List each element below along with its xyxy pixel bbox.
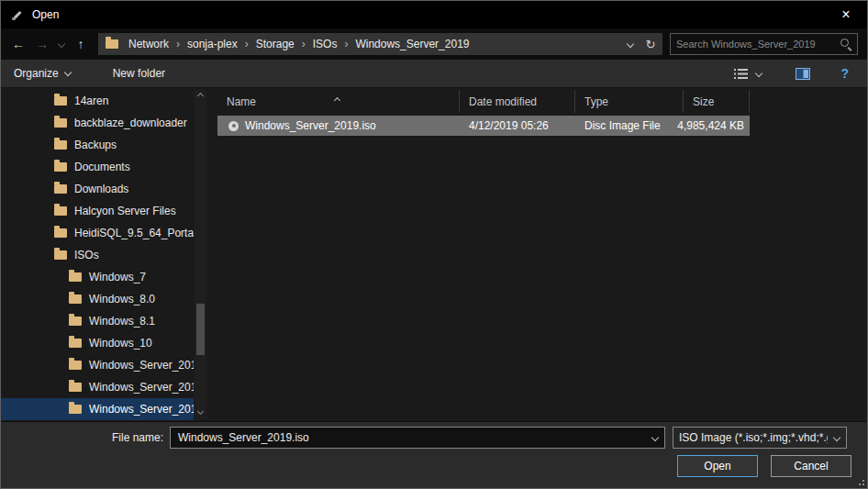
preview-pane-button[interactable] [791, 60, 815, 87]
folder-icon [69, 383, 82, 392]
breadcrumb-item-isos[interactable]: ISOs [306, 33, 344, 55]
file-list: Name Date modified Type Size Windows_Ser… [212, 88, 867, 421]
scrollbar-down-button[interactable] [195, 406, 206, 417]
folder-icon [54, 250, 67, 260]
column-header-type[interactable]: Type [575, 90, 684, 113]
address-dropdown-button[interactable] [620, 34, 640, 54]
sidebar-item-label: Windows_Server_2012_R [89, 359, 194, 372]
file-name: Windows_Server_2019.iso [245, 119, 376, 132]
folder-icon [69, 317, 82, 326]
sidebar-item-windows-server-2019[interactable]: Windows_Server_2019 [1, 398, 194, 420]
chevron-down-icon [828, 428, 846, 448]
resize-grip-icon[interactable] [855, 476, 864, 485]
sidebar-item-windows-server-2016[interactable]: Windows_Server_2016 [1, 376, 194, 398]
file-name-label: File name: [1, 431, 170, 444]
organize-button[interactable]: Organize [5, 60, 80, 87]
scrollbar-up-button[interactable] [195, 90, 206, 102]
up-button[interactable]: ↑ [69, 32, 93, 56]
address-bar[interactable]: Network › sonja-plex › Storage › ISOs › … [98, 33, 662, 55]
file-list-header: Name Date modified Type Size [217, 90, 867, 113]
dialog-buttons: Open Cancel [677, 455, 851, 477]
window-title: Open [32, 8, 59, 21]
chevron-down-icon [63, 69, 71, 76]
new-folder-label: New folder [113, 67, 165, 80]
help-icon: ? [840, 66, 849, 81]
search-input[interactable] [671, 39, 840, 50]
close-button[interactable]: × [825, 1, 867, 28]
search-box[interactable] [670, 33, 858, 55]
folder-icon [54, 184, 67, 194]
sidebar-item-windows-server-2012[interactable]: Windows_Server_2012_R [1, 354, 194, 376]
file-name-row: File name: ISO Image (*.iso;*.img;*.vhd;… [1, 427, 867, 449]
sidebar-item-label: Windows_7 [89, 271, 146, 283]
scrollbar-thumb[interactable] [196, 304, 205, 355]
file-row[interactable]: Windows_Server_2019.iso 4/12/2019 05:26 … [217, 116, 750, 136]
folder-icon [69, 339, 82, 348]
breadcrumb-item-storage[interactable]: Storage [250, 33, 301, 55]
file-name-combo[interactable] [170, 427, 665, 449]
search-icon [840, 38, 852, 50]
folder-icon [106, 39, 118, 49]
chevron-down-icon [627, 40, 634, 48]
folder-icon [54, 140, 67, 150]
preview-pane-icon [796, 68, 810, 80]
breadcrumb-item-windows-server-2019[interactable]: Windows_Server_2019 [349, 33, 475, 55]
back-icon: ← [12, 37, 25, 51]
command-toolbar: Organize New folder ? [1, 60, 867, 88]
column-label: Date modified [469, 95, 537, 108]
sidebar-item-windows-10[interactable]: Windows_10 [1, 332, 194, 354]
chevron-down-icon [58, 40, 65, 48]
up-icon: ↑ [78, 37, 84, 51]
chevron-down-icon [755, 70, 762, 77]
sidebar-item-downloads[interactable]: Downloads [1, 178, 194, 200]
file-name-dropdown-button[interactable] [646, 428, 664, 448]
sidebar-item-label: ISOs [74, 249, 99, 261]
sidebar-item-documents[interactable]: Documents [1, 156, 194, 178]
sidebar-item-windows-7[interactable]: Windows_7 [1, 266, 194, 288]
sidebar-item-label: Windows_8.0 [89, 293, 155, 306]
column-label: Size [693, 95, 714, 108]
recent-locations-button[interactable] [54, 32, 69, 56]
new-folder-button[interactable]: New folder [104, 60, 174, 87]
sidebar-item-label: Windows_10 [89, 337, 152, 350]
folder-icon [69, 361, 82, 370]
change-view-dropdown-button[interactable] [752, 60, 765, 87]
sidebar-item-windows-8-1[interactable]: Windows_8.1 [1, 310, 194, 332]
sidebar-item-windows-8-0[interactable]: Windows_8.0 [1, 288, 194, 310]
folder-icon [54, 118, 67, 128]
close-icon: × [841, 6, 850, 23]
open-button[interactable]: Open [677, 455, 758, 477]
titlebar: Open × [1, 1, 867, 28]
sidebar-item-backblaze-downloader[interactable]: backblaze_downloader [1, 112, 194, 134]
back-button[interactable]: ← [6, 32, 30, 56]
sidebar-item-heidisql[interactable]: HeidiSQL_9.5_64_Portable [1, 222, 194, 244]
disc-image-icon [228, 121, 239, 131]
sort-ascending-icon [335, 93, 339, 106]
column-header-date-modified[interactable]: Date modified [460, 90, 575, 113]
column-header-size[interactable]: Size [684, 90, 750, 113]
folder-icon [69, 295, 82, 304]
column-header-name[interactable]: Name [217, 90, 460, 113]
sidebar-item-halcyon-server-files[interactable]: Halcyon Server Files [1, 200, 194, 222]
change-view-button[interactable] [729, 60, 752, 87]
breadcrumb-item-network[interactable]: Network [122, 33, 175, 55]
open-dialog: Open × ← → ↑ Network › sonja-plex › Stor… [0, 0, 868, 489]
breadcrumb-item-sonja-plex[interactable]: sonja-plex [181, 33, 244, 55]
organize-label: Organize [14, 67, 59, 80]
sidebar-item-14aren[interactable]: 14aren [1, 90, 194, 112]
sidebar-scrollbar[interactable] [195, 90, 206, 419]
file-name-input[interactable] [171, 431, 646, 444]
forward-button[interactable]: → [30, 32, 54, 56]
refresh-button[interactable]: ↻ [640, 34, 661, 54]
cancel-button[interactable]: Cancel [771, 455, 851, 477]
file-type-dropdown[interactable]: ISO Image (*.iso;*.img;*.vhd;*.g [673, 427, 847, 449]
folder-icon [69, 272, 82, 282]
sidebar-item-backups[interactable]: Backups [1, 134, 194, 156]
sidebar-item-label: Windows_8.1 [89, 315, 155, 328]
column-label: Type [584, 95, 608, 108]
folder-icon [54, 206, 67, 216]
help-button[interactable]: ? [835, 60, 854, 87]
content-area: 14aren backblaze_downloader Backups Docu… [1, 88, 867, 421]
file-type-value: ISO Image (*.iso;*.img;*.vhd;*.g [673, 431, 828, 444]
sidebar-item-isos[interactable]: ISOs [1, 244, 194, 266]
